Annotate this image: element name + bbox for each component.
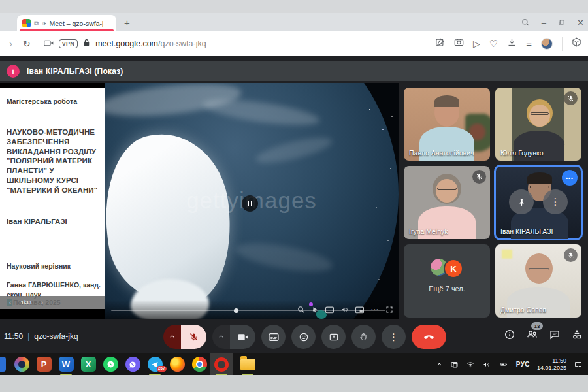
profile-avatar[interactable] bbox=[541, 38, 553, 50]
tile-options-icon[interactable]: ••• bbox=[562, 170, 578, 186]
taskbar-excel-icon[interactable]: X bbox=[77, 353, 99, 375]
camera-control[interactable] bbox=[212, 325, 255, 349]
tray-display-icon[interactable] bbox=[450, 361, 459, 368]
battery-icon[interactable] bbox=[498, 361, 509, 368]
snapshot-icon[interactable] bbox=[454, 37, 464, 50]
lock-icon[interactable] bbox=[83, 38, 90, 50]
language-indicator[interactable]: РУС bbox=[516, 361, 530, 368]
taskbar-app-partial-icon[interactable] bbox=[0, 357, 6, 372]
embedded-video-player[interactable]: gettyimages ⋯ bbox=[105, 83, 399, 319]
bookmark-heart-icon[interactable]: ♡ bbox=[489, 38, 498, 50]
slide-supervisor-label: Науковий керівник bbox=[7, 262, 101, 270]
search-icon[interactable] bbox=[521, 18, 530, 27]
tab-audio-icon[interactable]: 🕩 bbox=[42, 20, 46, 27]
participant-count-badge: 13 bbox=[531, 322, 543, 330]
taskbar-opera-icon[interactable] bbox=[210, 353, 233, 375]
video-captions-icon[interactable] bbox=[325, 306, 334, 314]
taskbar-telegram-icon[interactable]: 267 bbox=[144, 353, 166, 375]
tray-time: 11:50 bbox=[537, 357, 566, 365]
mic-muted-icon bbox=[564, 91, 578, 105]
participant-tile[interactable]: Юлія Годунко bbox=[495, 88, 581, 161]
reactions-button[interactable] bbox=[291, 325, 316, 349]
tray-clock[interactable]: 11:50 14.01.2025 bbox=[537, 357, 566, 372]
overflow-tile[interactable]: K Ещё 7 чел. bbox=[404, 244, 490, 318]
reload-icon[interactable]: ↻ bbox=[23, 39, 31, 49]
mic-muted-button[interactable] bbox=[181, 325, 206, 349]
edit-icon[interactable] bbox=[435, 37, 445, 50]
mic-options-chevron-icon[interactable] bbox=[163, 325, 181, 349]
slide-prev-button[interactable]: ‹ bbox=[9, 299, 12, 306]
desktop-strip-top bbox=[0, 0, 588, 13]
participant-tile[interactable]: Павло Анатолійович bbox=[404, 88, 490, 161]
pin-tile-button[interactable] bbox=[509, 189, 534, 214]
video-zoom-icon[interactable] bbox=[297, 306, 305, 314]
people-panel-button[interactable]: 13 bbox=[526, 328, 538, 343]
raise-hand-button[interactable] bbox=[351, 325, 376, 349]
taskbar-explorer-icon[interactable] bbox=[237, 353, 259, 375]
new-tab-button[interactable]: + bbox=[124, 17, 130, 28]
notifications-icon[interactable] bbox=[574, 361, 583, 368]
participant-tile[interactable]: Iryna Melnyk bbox=[404, 166, 490, 239]
taskbar-whatsapp-icon[interactable] bbox=[99, 353, 122, 375]
tile-more-button[interactable]: ⋮ bbox=[543, 189, 568, 214]
activities-button[interactable] bbox=[571, 329, 583, 343]
tune-icon[interactable]: ≡ bbox=[526, 38, 532, 49]
vpn-badge[interactable]: VPN bbox=[59, 39, 78, 48]
url-path: /qzo-swfa-jkq bbox=[158, 39, 206, 48]
slide-page-indicator: 1/33 bbox=[21, 299, 32, 306]
participant-name: Iryna Melnyk bbox=[409, 227, 448, 235]
participant-grid: Павло Анатолійович Юлія Годунко Iryna Me… bbox=[404, 88, 581, 318]
video-progress-handle[interactable] bbox=[234, 308, 238, 313]
mic-control[interactable] bbox=[163, 325, 206, 349]
video-pointer-icon[interactable] bbox=[312, 306, 319, 314]
taskbar-chrome-icon[interactable] bbox=[188, 353, 210, 375]
flow-send-icon[interactable]: ▷ bbox=[473, 39, 480, 49]
url-host: meet.google.com bbox=[95, 39, 158, 48]
slide-title: НАУКОВО-МЕТОДИЧНЕ ЗАБЕЗПЕЧЕННЯ ВИКЛАДАНН… bbox=[7, 127, 101, 195]
video-volume-icon[interactable] bbox=[340, 306, 349, 314]
participant-tile[interactable]: Дмитро Сопов bbox=[495, 244, 581, 318]
volume-icon[interactable] bbox=[482, 361, 491, 368]
tab-group-icon: ⧉ bbox=[34, 20, 39, 27]
meeting-details-icon[interactable] bbox=[504, 329, 515, 343]
address-bar[interactable]: VPN meet.google.com/qzo-swfa-jkq bbox=[44, 38, 206, 50]
end-call-button[interactable] bbox=[412, 325, 446, 349]
maximize-button[interactable] bbox=[558, 19, 565, 26]
camera-button[interactable] bbox=[230, 325, 255, 349]
wifi-icon[interactable] bbox=[466, 361, 475, 368]
tray-chevron-icon[interactable] bbox=[436, 361, 443, 368]
camera-options-chevron-icon[interactable] bbox=[212, 325, 230, 349]
pause-button[interactable] bbox=[242, 195, 258, 212]
presentation-slide: Магістерська робота НАУКОВО-МЕТОДИЧНЕ ЗА… bbox=[0, 88, 105, 309]
taskbar-firefox-icon[interactable] bbox=[166, 353, 188, 375]
taskbar-viber-icon[interactable] bbox=[122, 353, 144, 375]
toolbar-divider bbox=[562, 37, 563, 51]
slide-next-button[interactable]: › bbox=[41, 299, 43, 306]
mic-muted-icon bbox=[564, 248, 578, 262]
meeting-time: 11:50 bbox=[4, 332, 23, 341]
url-text[interactable]: meet.google.com/qzo-swfa-jkq bbox=[95, 39, 206, 48]
video-pip-icon[interactable] bbox=[355, 306, 364, 314]
video-controls-bar: ⋯ bbox=[105, 300, 399, 319]
presenter-name: Іван КІРАЛЬГАЗІ (Показ) bbox=[27, 67, 123, 76]
more-options-button[interactable]: ⋮ bbox=[382, 325, 406, 349]
screen: ⧉ 🕩 Meet – qzo-swfa-j + – ✕ › ↻ VPN meet… bbox=[0, 0, 588, 392]
captions-button[interactable] bbox=[261, 325, 286, 349]
close-button[interactable]: ✕ bbox=[577, 18, 584, 27]
video-more-icon[interactable]: ⋯ bbox=[370, 305, 379, 314]
present-button[interactable] bbox=[321, 325, 346, 349]
chat-panel-button[interactable] bbox=[549, 329, 561, 343]
camera-permission-icon[interactable] bbox=[44, 38, 54, 50]
taskbar-photos-icon[interactable] bbox=[10, 353, 33, 375]
minimize-button[interactable]: – bbox=[542, 18, 546, 27]
stars bbox=[369, 109, 370, 110]
forward-icon[interactable]: › bbox=[9, 38, 12, 49]
taskbar-powerpoint-icon[interactable]: P bbox=[33, 353, 55, 375]
presenter-avatar: і bbox=[7, 65, 20, 78]
participant-tile-self[interactable]: ••• ⋮ Іван КІРАЛЬГАЗІ bbox=[495, 166, 581, 239]
slide-nav-bar: ‹ 1/33 › bbox=[0, 296, 105, 309]
taskbar-word-icon[interactable]: W bbox=[55, 353, 77, 375]
video-fullscreen-icon[interactable] bbox=[385, 306, 393, 314]
download-icon[interactable] bbox=[507, 37, 517, 50]
extension-cube-icon[interactable] bbox=[572, 37, 581, 50]
